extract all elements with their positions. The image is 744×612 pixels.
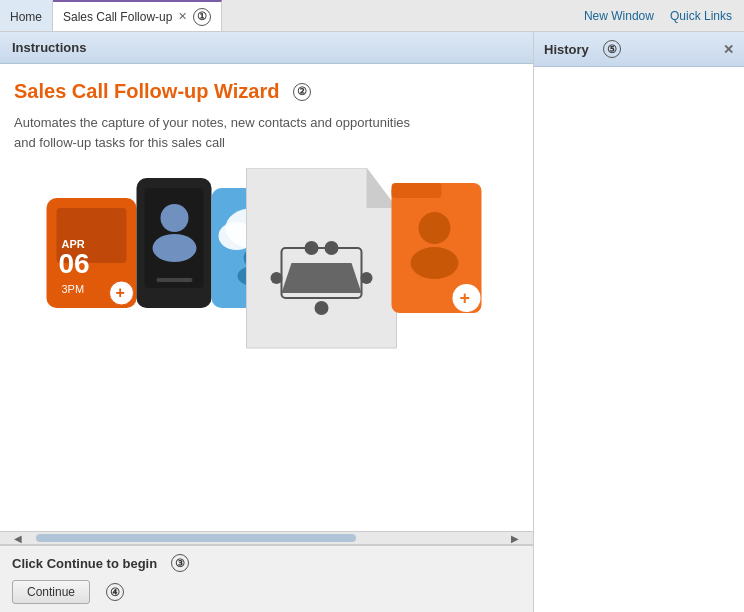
scroll-thumb[interactable] bbox=[36, 534, 356, 542]
wizard-number-badge: ② bbox=[293, 83, 311, 101]
history-close-button[interactable]: ✕ bbox=[723, 42, 734, 57]
svg-point-32 bbox=[411, 247, 459, 279]
svg-text:+: + bbox=[116, 284, 125, 301]
svg-text:06: 06 bbox=[59, 248, 90, 279]
svg-point-22 bbox=[305, 241, 319, 255]
svg-point-24 bbox=[271, 272, 283, 284]
bottom-bar: Click Continue to begin ③ Continue ④ bbox=[0, 545, 533, 612]
svg-point-25 bbox=[361, 272, 373, 284]
wizard-title: Sales Call Follow-up Wizard ② bbox=[14, 80, 519, 103]
tab-number-badge: ① bbox=[193, 8, 211, 26]
svg-marker-21 bbox=[282, 263, 362, 293]
svg-point-26 bbox=[315, 301, 329, 315]
scroll-right-arrow[interactable]: ▶ bbox=[511, 533, 519, 544]
top-bar: Home Sales Call Follow-up ✕ ① New Window… bbox=[0, 0, 744, 32]
tab-close-icon[interactable]: ✕ bbox=[178, 11, 187, 22]
svg-rect-28 bbox=[392, 183, 442, 198]
history-number-badge: ⑤ bbox=[603, 40, 621, 58]
horizontal-scrollbar[interactable]: ◀ ▶ bbox=[0, 531, 533, 545]
continue-number-badge: ③ bbox=[171, 554, 189, 572]
svg-point-9 bbox=[161, 204, 189, 232]
tab-sales-call[interactable]: Sales Call Follow-up ✕ ① bbox=[53, 0, 222, 31]
tab-home[interactable]: Home bbox=[0, 0, 53, 31]
tab-home-label: Home bbox=[10, 10, 42, 24]
history-header: History ⑤ ✕ bbox=[534, 32, 744, 67]
instructions-body[interactable]: Sales Call Follow-up Wizard ② Automates … bbox=[0, 64, 533, 531]
continue-btn-number-badge: ④ bbox=[106, 583, 124, 601]
click-continue-text: Click Continue to begin ③ bbox=[12, 554, 521, 572]
history-body bbox=[534, 67, 744, 612]
illustration-svg: APR 06 3PM + bbox=[14, 168, 519, 388]
svg-point-31 bbox=[419, 212, 451, 244]
left-panel: Instructions Sales Call Follow-up Wizard… bbox=[0, 32, 534, 612]
scroll-left-arrow[interactable]: ◀ bbox=[14, 533, 22, 544]
svg-text:3PM: 3PM bbox=[62, 283, 85, 295]
instructions-header: Instructions bbox=[0, 32, 533, 64]
main-area: Instructions Sales Call Follow-up Wizard… bbox=[0, 32, 744, 612]
svg-text:+: + bbox=[460, 288, 471, 308]
svg-point-10 bbox=[153, 234, 197, 262]
tab-active-label: Sales Call Follow-up bbox=[63, 10, 172, 24]
right-panel: History ⑤ ✕ bbox=[534, 32, 744, 612]
new-window-link[interactable]: New Window bbox=[584, 9, 654, 23]
quick-links-link[interactable]: Quick Links bbox=[670, 9, 732, 23]
wizard-description: Automates the capture of your notes, new… bbox=[14, 113, 434, 152]
continue-button[interactable]: Continue bbox=[12, 580, 90, 604]
illustration: APR 06 3PM + bbox=[14, 168, 519, 388]
instructions-title: Instructions bbox=[12, 40, 86, 55]
svg-point-23 bbox=[325, 241, 339, 255]
history-title: History ⑤ bbox=[544, 40, 621, 58]
top-bar-links: New Window Quick Links bbox=[572, 0, 744, 31]
svg-rect-11 bbox=[157, 278, 193, 282]
